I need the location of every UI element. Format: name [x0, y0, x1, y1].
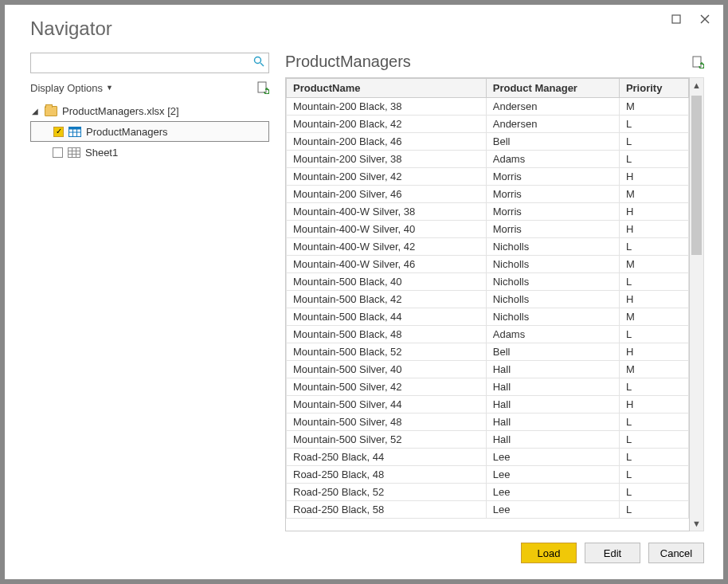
tree-root-node[interactable]: ◢ ProductManagers.xlsx [2] [30, 100, 269, 121]
column-header[interactable]: Product Manager [486, 79, 619, 98]
table-row[interactable]: Mountain-400-W Silver, 38MorrisH [287, 203, 689, 221]
table-cell: M [619, 186, 688, 203]
tree-item-productmanagers[interactable]: ✓ ProductManagers [30, 121, 269, 142]
display-options-dropdown[interactable]: Display Options ▼ [30, 82, 113, 94]
table-row[interactable]: Road-250 Black, 44LeeL [287, 449, 689, 466]
table-icon [68, 127, 81, 137]
table-cell: L [619, 501, 688, 519]
checkbox-icon[interactable]: ✓ [53, 127, 64, 137]
tree-item-sheet1[interactable]: Sheet1 [30, 142, 269, 163]
edit-button[interactable]: Edit [585, 543, 640, 563]
maximize-icon[interactable] [671, 14, 682, 25]
search-icon[interactable] [253, 56, 264, 69]
svg-rect-7 [69, 127, 81, 129]
table-row[interactable]: Mountain-500 Black, 48AdamsL [287, 326, 689, 343]
navigator-dialog: Navigator Display Options ▼ [5, 5, 723, 579]
load-button[interactable]: Load [521, 543, 577, 563]
table-cell: Bell [486, 343, 619, 361]
table-cell: Adams [486, 151, 619, 168]
table-cell: L [619, 484, 688, 501]
table-row[interactable]: Mountain-500 Silver, 42HallL [287, 378, 689, 396]
scroll-down-icon[interactable]: ▼ [690, 516, 703, 531]
tree-item-label: Sheet1 [85, 147, 118, 159]
cancel-button[interactable]: Cancel [648, 543, 704, 563]
table-row[interactable]: Mountain-500 Silver, 44HallH [287, 396, 689, 414]
column-header[interactable]: Priority [619, 79, 688, 98]
table-cell: Road-250 Black, 52 [287, 484, 487, 501]
table-cell: L [619, 238, 688, 256]
refresh-icon[interactable] [256, 81, 269, 94]
table-cell: H [619, 221, 688, 238]
table-cell: Mountain-200 Silver, 38 [287, 151, 487, 168]
table-cell: H [619, 343, 688, 361]
table-row[interactable]: Mountain-400-W Silver, 40MorrisH [287, 221, 689, 238]
refresh-preview-icon[interactable] [691, 56, 704, 69]
table-cell: Mountain-500 Silver, 52 [287, 431, 487, 449]
table-cell: Mountain-500 Black, 48 [287, 326, 487, 343]
table-row[interactable]: Mountain-400-W Silver, 42NichollsL [287, 238, 689, 256]
table-cell: H [619, 168, 688, 186]
table-row[interactable]: Mountain-500 Black, 42NichollsH [287, 291, 689, 308]
folder-icon [45, 106, 57, 116]
vertical-scrollbar[interactable]: ▲ ▼ [690, 77, 704, 531]
table-cell: Lee [486, 466, 619, 484]
scroll-thumb[interactable] [691, 96, 702, 255]
svg-point-3 [255, 57, 261, 64]
svg-rect-5 [258, 82, 266, 92]
table-cell: L [619, 414, 688, 431]
chevron-down-icon: ▼ [106, 84, 113, 92]
table-cell: Hall [486, 431, 619, 449]
table-row[interactable]: Mountain-500 Black, 52BellH [287, 343, 689, 361]
table-cell: L [619, 133, 688, 151]
table-cell: Lee [486, 449, 619, 466]
column-header[interactable]: ProductName [287, 79, 487, 98]
table-cell: L [619, 273, 688, 291]
table-cell: L [619, 326, 688, 343]
table-cell: Morris [486, 203, 619, 221]
table-cell: Mountain-200 Black, 42 [287, 116, 487, 133]
table-row[interactable]: Mountain-500 Silver, 48HallL [287, 414, 689, 431]
table-row[interactable]: Mountain-200 Black, 38AndersenM [287, 98, 689, 116]
checkbox-icon[interactable] [53, 147, 63, 158]
table-cell: Morris [486, 186, 619, 203]
dialog-footer: Load Edit Cancel [30, 543, 704, 563]
table-row[interactable]: Road-250 Black, 58LeeL [287, 501, 689, 519]
table-row[interactable]: Mountain-200 Black, 42AndersenL [287, 116, 689, 133]
table-cell: Andersen [486, 98, 619, 116]
tree-item-label: ProductManagers [86, 126, 168, 138]
svg-rect-11 [68, 147, 80, 157]
table-row[interactable]: Mountain-500 Silver, 40HallM [287, 361, 689, 378]
table-row[interactable]: Road-250 Black, 52LeeL [287, 484, 689, 501]
table-cell: Nicholls [486, 273, 619, 291]
table-cell: Nicholls [486, 291, 619, 308]
table-cell: Mountain-200 Silver, 46 [287, 186, 487, 203]
table-cell: Nicholls [486, 238, 619, 256]
table-row[interactable]: Mountain-200 Black, 46BellL [287, 133, 689, 151]
table-cell: Road-250 Black, 58 [287, 501, 487, 519]
table-cell: Mountain-200 Black, 38 [287, 98, 487, 116]
search-input[interactable] [30, 53, 269, 73]
close-icon[interactable] [699, 14, 710, 25]
table-row[interactable]: Mountain-500 Black, 40NichollsL [287, 273, 689, 291]
collapse-icon[interactable]: ◢ [32, 107, 40, 116]
scroll-up-icon[interactable]: ▲ [690, 78, 703, 92]
table-cell: L [619, 431, 688, 449]
table-cell: Mountain-500 Black, 52 [287, 343, 487, 361]
table-row[interactable]: Mountain-400-W Silver, 46NichollsM [287, 256, 689, 273]
tree-root-label: ProductManagers.xlsx [2] [62, 105, 179, 117]
sheet-icon [68, 147, 80, 158]
table-cell: M [619, 256, 688, 273]
table-cell: Mountain-500 Black, 42 [287, 291, 487, 308]
table-row[interactable]: Mountain-500 Silver, 52HallL [287, 431, 689, 449]
table-row[interactable]: Mountain-200 Silver, 46MorrisM [287, 186, 689, 203]
table-row[interactable]: Mountain-200 Silver, 42MorrisH [287, 168, 689, 186]
table-cell: L [619, 378, 688, 396]
table-row[interactable]: Road-250 Black, 48LeeL [287, 466, 689, 484]
preview-title: ProductManagers [285, 53, 411, 71]
table-cell: Road-250 Black, 44 [287, 449, 487, 466]
table-cell: Mountain-500 Silver, 44 [287, 396, 487, 414]
table-row[interactable]: Mountain-500 Black, 44NichollsM [287, 308, 689, 326]
table-row[interactable]: Mountain-200 Silver, 38AdamsL [287, 151, 689, 168]
table-cell: Lee [486, 484, 619, 501]
table-cell: Morris [486, 168, 619, 186]
